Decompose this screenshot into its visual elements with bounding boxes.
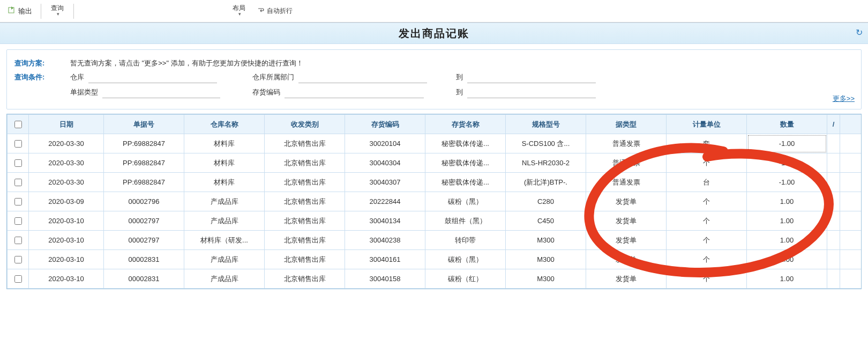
- output-button[interactable]: 输出: [4, 4, 35, 18]
- table-row[interactable]: 2020-03-1000002797材料库（研发...北京销售出库3004023…: [8, 231, 862, 250]
- cell-qty[interactable]: -1.00: [747, 134, 827, 153]
- row-checkbox[interactable]: [14, 159, 22, 167]
- cell-iotype: 北京销售出库: [265, 134, 345, 153]
- table-row[interactable]: 2020-03-30PP:69882847材料库北京销售出库30040307秘密…: [8, 173, 862, 192]
- cell-slash: [827, 153, 840, 173]
- cell-unit: 个: [667, 153, 747, 173]
- col-date[interactable]: 日期: [29, 115, 104, 134]
- cell-qty[interactable]: -1.00: [747, 173, 827, 192]
- cell-spec: (新北洋)BTP-.: [506, 173, 586, 192]
- table-row[interactable]: 2020-03-30PP:69882847材料库北京销售出库30040304秘密…: [8, 153, 862, 173]
- table-row[interactable]: 2020-03-0900002796产成品库北京销售出库20222844碳粉（黑…: [8, 192, 862, 211]
- row-select[interactable]: [8, 231, 29, 250]
- row-select[interactable]: [8, 211, 29, 231]
- col-spec[interactable]: 规格型号: [506, 115, 586, 134]
- cell-unit: 个: [667, 192, 747, 211]
- table-row[interactable]: 2020-03-1000002797产成品库北京销售出库30040134鼓组件（…: [8, 211, 862, 231]
- col-invcode[interactable]: 存货编码: [345, 115, 425, 134]
- select-all-checkbox[interactable]: [14, 121, 22, 128]
- row-checkbox[interactable]: [14, 275, 22, 283]
- cell-warehouse: 产成品库: [184, 250, 265, 269]
- warehouse-input[interactable]: [88, 71, 217, 83]
- col-qty[interactable]: 数量: [747, 115, 827, 134]
- row-select[interactable]: [8, 173, 29, 192]
- col-extra[interactable]: [840, 115, 862, 134]
- col-doctype[interactable]: 据类型: [586, 115, 667, 134]
- cell-unit: 个: [667, 231, 747, 250]
- table-row[interactable]: 2020-03-1000002831产成品库北京销售出库30040158碳粉（红…: [8, 269, 862, 289]
- title-bar: 发出商品记账 ↻: [0, 23, 868, 44]
- cell-invcode: 30040238: [345, 231, 425, 250]
- cell-qty[interactable]: 1.00: [747, 192, 827, 211]
- col-warehouse[interactable]: 仓库名称: [184, 115, 265, 134]
- cell-doctype: 普通发票: [586, 173, 667, 192]
- cell-extra: [840, 269, 862, 289]
- col-unit[interactable]: 计量单位: [667, 115, 747, 134]
- cell-qty[interactable]: 1.00: [747, 211, 827, 231]
- cell-invname: 碳粉（红）: [425, 269, 506, 289]
- table-row[interactable]: 2020-03-30PP:69882847材料库北京销售出库30020104秘密…: [8, 134, 862, 153]
- more-link[interactable]: 更多>>: [833, 94, 855, 104]
- query-group[interactable]: 查询 ▾: [47, 0, 68, 23]
- col-iotype[interactable]: 收发类别: [265, 115, 345, 134]
- col-docno[interactable]: 单据号: [104, 115, 184, 134]
- dept-label: 仓库所属部门: [252, 72, 294, 82]
- doctype-label: 单据类型: [70, 87, 98, 97]
- cell-qty[interactable]: 1.00: [747, 250, 827, 269]
- cell-docno: 00002796: [104, 192, 184, 211]
- row-select[interactable]: [8, 269, 29, 289]
- invcode-input[interactable]: [285, 86, 424, 98]
- cell-slash: [827, 192, 840, 211]
- dept-input[interactable]: [298, 71, 427, 83]
- row-checkbox[interactable]: [14, 198, 22, 205]
- cell-iotype: 北京销售出库: [265, 211, 345, 231]
- cell-date: 2020-03-09: [29, 192, 104, 211]
- table-row[interactable]: 2020-03-1000002831产成品库北京销售出库30040161碳粉（黑…: [8, 250, 862, 269]
- invcode-label: 存货编码: [252, 87, 280, 97]
- cell-docno: PP:69882847: [104, 153, 184, 173]
- row-checkbox[interactable]: [14, 217, 22, 225]
- cell-qty[interactable]: 1.00: [747, 269, 827, 289]
- cell-unit: 个: [667, 211, 747, 231]
- row-checkbox[interactable]: [14, 237, 22, 244]
- cell-extra: [840, 231, 862, 250]
- layout-group[interactable]: 布局 ▾: [228, 0, 250, 23]
- cell-slash: [827, 211, 840, 231]
- row-select[interactable]: [8, 250, 29, 269]
- autowrap-button[interactable]: 自动折行: [254, 4, 296, 18]
- cell-iotype: 北京销售出库: [265, 153, 345, 173]
- cell-qty[interactable]: -1.00: [747, 153, 827, 173]
- to1-input[interactable]: [467, 71, 596, 83]
- separator: [41, 4, 41, 19]
- toolbar: 输出 查询 ▾ 布局 ▾ 自动折行: [0, 0, 868, 23]
- cell-invname: 秘密载体传递...: [425, 173, 506, 192]
- col-slash[interactable]: /: [827, 115, 840, 134]
- cell-invname: 鼓组件（黑）: [425, 211, 506, 231]
- cell-invname: 秘密载体传递...: [425, 134, 506, 153]
- cell-date: 2020-03-10: [29, 211, 104, 231]
- doctype-input[interactable]: [102, 86, 220, 98]
- row-select[interactable]: [8, 153, 29, 173]
- cell-invcode: 30040161: [345, 250, 425, 269]
- cell-warehouse: 产成品库: [184, 211, 265, 231]
- col-invname[interactable]: 存货名称: [425, 115, 506, 134]
- cell-qty[interactable]: 1.00: [747, 231, 827, 250]
- cell-docno: 00002797: [104, 211, 184, 231]
- cell-doctype: 发货单: [586, 250, 667, 269]
- cell-invcode: 30040134: [345, 211, 425, 231]
- cell-invcode: 30040158: [345, 269, 425, 289]
- row-checkbox[interactable]: [14, 256, 22, 263]
- refresh-icon[interactable]: ↻: [856, 27, 863, 38]
- cell-iotype: 北京销售出库: [265, 269, 345, 289]
- to2-input[interactable]: [467, 86, 596, 98]
- separator: [73, 4, 74, 19]
- cell-iotype: 北京销售出库: [265, 231, 345, 250]
- row-checkbox[interactable]: [14, 140, 22, 148]
- row-checkbox[interactable]: [14, 179, 22, 186]
- row-select[interactable]: [8, 134, 29, 153]
- select-all-header[interactable]: [8, 115, 29, 134]
- row-select[interactable]: [8, 192, 29, 211]
- cell-warehouse: 材料库（研发...: [184, 231, 265, 250]
- cell-invname: 碳粉（黑）: [425, 250, 506, 269]
- cell-date: 2020-03-30: [29, 134, 104, 153]
